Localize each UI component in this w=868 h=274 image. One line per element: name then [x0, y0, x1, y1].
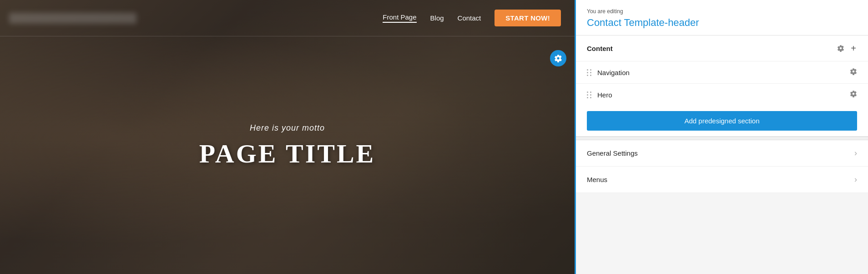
general-settings-chevron-icon: ›: [854, 148, 857, 158]
content-item-navigation: Navigation: [576, 61, 868, 83]
nav-link-contact[interactable]: Contact: [458, 14, 481, 22]
editor-panel: You are editing Contact Template-header …: [575, 0, 868, 274]
content-add-button[interactable]: +: [850, 43, 857, 54]
menus-label: Menus: [587, 176, 607, 183]
content-section: Content +: [576, 36, 868, 137]
gear-icon: [554, 54, 562, 62]
general-settings-row[interactable]: General Settings ›: [576, 140, 868, 167]
editor-separator: [576, 137, 868, 140]
content-section-title: Content: [587, 45, 613, 52]
hero-gear-icon: [850, 90, 857, 97]
content-section-actions: +: [836, 43, 857, 54]
preview-hero: Here is your motto Page Title: [199, 123, 376, 169]
editing-label: You are editing: [587, 8, 857, 15]
template-name: Contact Template-header: [587, 17, 857, 29]
nav-link-blog[interactable]: Blog: [430, 14, 444, 22]
content-settings-button[interactable]: [836, 44, 845, 53]
preview-area: Front Page Blog Contact START NOW! Here …: [0, 0, 575, 274]
nav-cta-button[interactable]: START NOW!: [495, 10, 561, 26]
preview-navigation: Front Page Blog Contact START NOW!: [0, 0, 575, 36]
hero-item-label: Hero: [597, 91, 612, 99]
content-item-hero: Hero: [576, 83, 868, 106]
hero-motto: Here is your motto: [199, 123, 376, 133]
add-predesigned-section-button[interactable]: Add predesigned section: [587, 111, 857, 131]
hero-drag-handle[interactable]: [587, 91, 592, 98]
nav-link-frontpage[interactable]: Front Page: [383, 13, 416, 23]
preview-brand: [9, 13, 136, 24]
content-section-header: Content +: [576, 36, 868, 61]
menus-row[interactable]: Menus ›: [576, 167, 868, 193]
preview-settings-button[interactable]: [550, 50, 566, 66]
navigation-item-label: Navigation: [597, 69, 630, 76]
editor-body: Content +: [576, 36, 868, 274]
general-settings-label: General Settings: [587, 149, 638, 157]
navigation-drag-handle[interactable]: [587, 69, 592, 76]
editor-header: You are editing Contact Template-header: [576, 0, 868, 36]
hero-settings-button[interactable]: [850, 90, 857, 99]
content-gear-icon: [837, 45, 844, 52]
navigation-settings-button[interactable]: [850, 68, 857, 77]
menus-chevron-icon: ›: [854, 175, 857, 184]
hero-title: Page Title: [199, 138, 376, 169]
plus-icon: +: [851, 44, 856, 53]
navigation-gear-icon: [850, 68, 857, 75]
